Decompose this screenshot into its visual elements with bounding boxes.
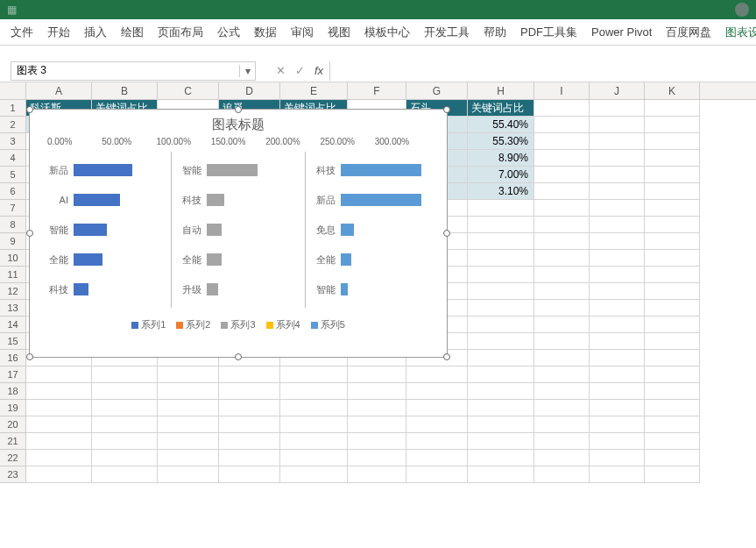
- cell[interactable]: [406, 400, 468, 416]
- cell[interactable]: [534, 117, 590, 133]
- row-header[interactable]: 7: [0, 200, 26, 217]
- cell[interactable]: [590, 167, 645, 183]
- chart-object[interactable]: 图表标题 0.00%50.00%100.00%150.00%200.00%250…: [29, 109, 448, 358]
- cell[interactable]: [406, 450, 468, 466]
- cell[interactable]: [645, 250, 700, 267]
- cell[interactable]: [645, 367, 700, 383]
- cell[interactable]: [348, 400, 406, 416]
- legend-item[interactable]: 系列3: [221, 318, 255, 331]
- column-header[interactable]: F: [348, 82, 406, 99]
- cell[interactable]: [590, 300, 645, 317]
- cell[interactable]: [468, 450, 534, 466]
- user-account[interactable]: [735, 3, 749, 17]
- cell[interactable]: [92, 450, 158, 466]
- cell[interactable]: [645, 350, 700, 367]
- cell[interactable]: [534, 416, 590, 433]
- ribbon-tab[interactable]: 公式: [210, 19, 247, 46]
- cell[interactable]: [280, 466, 348, 483]
- cell[interactable]: [468, 267, 534, 283]
- legend-item[interactable]: 系列5: [311, 318, 345, 331]
- cell[interactable]: [219, 400, 280, 416]
- row-header[interactable]: 5: [0, 167, 26, 183]
- cell[interactable]: [348, 383, 406, 400]
- cell[interactable]: [590, 416, 645, 433]
- cell[interactable]: [590, 317, 645, 333]
- row-header[interactable]: 3: [0, 133, 26, 150]
- row-header[interactable]: 19: [0, 400, 26, 416]
- cell[interactable]: [590, 433, 645, 450]
- cell[interactable]: [534, 450, 590, 466]
- cell[interactable]: [590, 117, 645, 133]
- cell[interactable]: [590, 100, 645, 117]
- ribbon-tab[interactable]: 开始: [40, 19, 77, 46]
- cell[interactable]: [645, 466, 700, 483]
- cell[interactable]: [468, 400, 534, 416]
- column-header[interactable]: A: [26, 82, 92, 99]
- chart-bar[interactable]: [207, 283, 218, 295]
- column-header[interactable]: K: [645, 82, 700, 99]
- chart-title[interactable]: 图表标题: [30, 110, 447, 137]
- cell[interactable]: [348, 416, 406, 433]
- name-box-dropdown-icon[interactable]: ▾: [239, 65, 255, 77]
- cell[interactable]: [590, 400, 645, 416]
- cell[interactable]: [468, 317, 534, 333]
- name-box[interactable]: 图表 3 ▾: [11, 61, 256, 81]
- row-header[interactable]: 6: [0, 183, 26, 200]
- cell[interactable]: 55.40%: [468, 117, 534, 133]
- row-header[interactable]: 9: [0, 233, 26, 250]
- cell[interactable]: [219, 383, 280, 400]
- column-header[interactable]: B: [92, 82, 158, 99]
- cell[interactable]: [534, 200, 590, 217]
- cell[interactable]: [534, 300, 590, 317]
- cell[interactable]: [92, 416, 158, 433]
- chart-bar[interactable]: [341, 194, 421, 206]
- ribbon-tab[interactable]: 帮助: [477, 19, 513, 46]
- row-header[interactable]: 13: [0, 300, 26, 317]
- cell[interactable]: [158, 400, 219, 416]
- ribbon-tab[interactable]: 百度网盘: [659, 19, 718, 46]
- cell[interactable]: [645, 267, 700, 283]
- cell[interactable]: [158, 416, 219, 433]
- resize-handle[interactable]: [443, 106, 450, 113]
- chart-bar[interactable]: [74, 164, 132, 176]
- cell[interactable]: [645, 400, 700, 416]
- column-header[interactable]: E: [280, 82, 348, 99]
- cell[interactable]: [406, 367, 468, 383]
- cell[interactable]: [645, 433, 700, 450]
- chart-bar[interactable]: [74, 283, 88, 295]
- row-header[interactable]: 12: [0, 283, 26, 300]
- row-header[interactable]: 4: [0, 150, 26, 167]
- cell[interactable]: 55.30%: [468, 133, 534, 150]
- cell[interactable]: [590, 383, 645, 400]
- cell[interactable]: [645, 317, 700, 333]
- cell[interactable]: [406, 416, 468, 433]
- column-header[interactable]: G: [406, 82, 468, 99]
- ribbon-tab[interactable]: 插入: [77, 19, 114, 46]
- cell[interactable]: [645, 167, 700, 183]
- chart-bar[interactable]: [207, 224, 222, 236]
- cell[interactable]: 7.00%: [468, 167, 534, 183]
- cell[interactable]: [92, 466, 158, 483]
- cell[interactable]: [534, 367, 590, 383]
- cell[interactable]: [158, 433, 219, 450]
- fx-icon[interactable]: fx: [312, 64, 326, 77]
- cell[interactable]: [590, 267, 645, 283]
- cell[interactable]: [468, 300, 534, 317]
- chart-bar[interactable]: [74, 224, 107, 236]
- cell[interactable]: [92, 400, 158, 416]
- cell[interactable]: [219, 367, 280, 383]
- cell[interactable]: [590, 217, 645, 233]
- cell[interactable]: [534, 466, 590, 483]
- ribbon-tab[interactable]: 数据: [247, 19, 284, 46]
- cell[interactable]: [534, 233, 590, 250]
- cell[interactable]: [534, 183, 590, 200]
- ribbon-tab[interactable]: Power Pivot: [584, 20, 659, 44]
- cell[interactable]: [645, 217, 700, 233]
- cell[interactable]: [468, 350, 534, 367]
- cancel-icon[interactable]: ✕: [273, 64, 287, 77]
- chart-bar[interactable]: [207, 164, 258, 176]
- cell[interactable]: [645, 233, 700, 250]
- cell[interactable]: [348, 433, 406, 450]
- row-header[interactable]: 14: [0, 317, 26, 333]
- cell[interactable]: [468, 200, 534, 217]
